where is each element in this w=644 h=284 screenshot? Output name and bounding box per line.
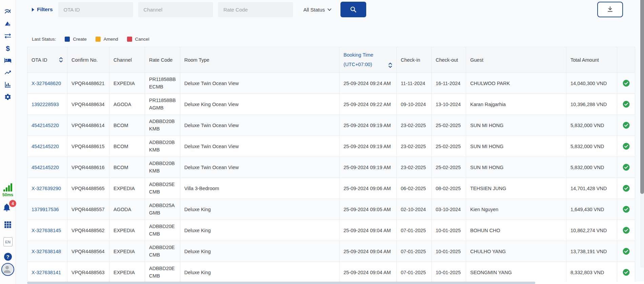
table-row: 4542145220VPQR4488616BCOMADBBD20BKMBDelu…	[27, 157, 635, 178]
ota-id-link[interactable]: X-327638145	[32, 228, 61, 233]
sort-icon[interactable]	[59, 57, 63, 62]
cell-guest: TEHSIEN JUNG	[466, 178, 566, 199]
cell-confirm-no: VPQR4488562	[67, 220, 109, 241]
sidebar-item-dashboard[interactable]	[3, 5, 13, 18]
table-row: X-327638141VPQR4488563EXPEDIAADBBD20ECMB…	[27, 262, 635, 283]
cell-room-type: Deluxe King	[180, 220, 339, 241]
header-status	[617, 47, 635, 73]
sidebar-item-transactions[interactable]	[3, 30, 13, 42]
download-button[interactable]	[597, 2, 623, 17]
table-row: 4542145220VPQR4488615BCOMADBBD20BKMBDelu…	[27, 136, 635, 157]
language-switcher[interactable]: EN	[3, 237, 13, 246]
sidebar-item-trends[interactable]	[3, 66, 13, 79]
sidebar-item-reports[interactable]	[3, 79, 13, 91]
success-check-icon	[623, 143, 630, 150]
ota-id-link[interactable]: X-327638141	[32, 270, 61, 275]
apps-menu-button[interactable]	[3, 220, 12, 230]
ota-id-link[interactable]: X-327639290	[32, 186, 61, 191]
cell-rate-code: ADBBD20BKMB	[145, 115, 180, 136]
cell-total-amount: 5,832,000 VND	[566, 115, 617, 136]
dollar-icon: $	[6, 45, 10, 52]
cell-check-in: 07-01-2025	[397, 241, 432, 262]
cell-total-amount: 10,862,274 VND	[566, 220, 617, 241]
cell-booking-time: 25-09-2024 09:06 AM	[339, 178, 397, 199]
cell-booking-time: 25-09-2024 09:19 AM	[339, 157, 397, 178]
cell-room-type: Deluxe King	[180, 241, 339, 262]
cell-check-in: 09-10-2024	[397, 94, 432, 115]
table-row: X-327639290VPQR4488565EXPEDIAADBBD25ECMB…	[27, 178, 635, 199]
ota-id-link[interactable]: 1392228593	[32, 102, 59, 107]
create-status-swatch	[65, 37, 70, 42]
ota-id-link[interactable]: 4542145220	[32, 144, 59, 149]
filters-toggle[interactable]: Filters	[32, 6, 53, 13]
status-legend: Last Status: Create Amend Cancel	[32, 37, 640, 42]
cell-check-out: 13-10-2024	[432, 94, 466, 115]
cell-booking-time: 25-09-2024 09:19 AM	[339, 136, 397, 157]
filter-bar: Filters All Status	[32, 2, 640, 17]
expand-arrow-icon	[32, 8, 34, 12]
cell-total-amount: 14,040,300 VND	[566, 73, 617, 94]
header-rate-code: Rate Code	[145, 47, 180, 73]
cell-status	[617, 199, 635, 220]
cell-total-amount: 5,832,000 VND	[566, 136, 617, 157]
cell-check-in: 02-10-2024	[397, 199, 432, 220]
cell-check-out: 03-10-2024	[432, 199, 466, 220]
header-room-type: Room Type	[180, 47, 339, 73]
ota-id-input[interactable]	[58, 2, 133, 17]
status-dropdown[interactable]: All Status	[304, 7, 331, 13]
cell-ota-id: X-327638141	[27, 262, 67, 283]
user-avatar[interactable]	[1, 263, 14, 276]
left-sidebar: $ 50ms 4 EN ?	[0, 0, 16, 284]
cell-room-type: Deluxe King Ocean View	[180, 94, 339, 115]
cell-status	[617, 136, 635, 157]
table-row: X-327648620VPQR4488621EXPEDIAPR11858BBEC…	[27, 73, 635, 94]
table-row: 1392228593VPQR4488634AGODAPR11858BBAGMBD…	[27, 94, 635, 115]
cell-guest: SUN MI HONG	[466, 157, 566, 178]
sidebar-item-analytics-settings[interactable]	[3, 18, 13, 30]
legend-item-label: Create	[73, 37, 87, 42]
notifications-button[interactable]: 4	[2, 203, 14, 214]
horizontal-scrollbar-thumb[interactable]	[27, 282, 535, 284]
ota-id-link[interactable]: 4542145220	[32, 123, 59, 128]
sidebar-bottom: 50ms 4 EN ?	[0, 183, 16, 284]
header-label: OTA ID	[32, 57, 47, 63]
search-button[interactable]	[340, 2, 366, 17]
rate-code-input[interactable]	[218, 2, 293, 17]
cell-total-amount: 14,701,428 VND	[566, 178, 617, 199]
cell-rate-code: ADBBD20ECMB	[145, 262, 180, 283]
cell-guest: SUN MI HONG	[466, 115, 566, 136]
ota-id-link[interactable]: 1379917536	[32, 207, 59, 212]
success-check-icon	[623, 122, 630, 129]
cell-room-type: Deluxe Twin Ocean View	[180, 136, 339, 157]
hotel-bed-icon	[4, 57, 12, 64]
filters-label: Filters	[37, 6, 53, 13]
cell-confirm-no: VPQR4488565	[67, 178, 109, 199]
ota-id-link[interactable]: 4542145220	[32, 165, 59, 170]
bookings-table: OTA ID Confirm No. Channel Rate Code Roo…	[27, 47, 635, 283]
header-booking-time: Booking Time (UTC+07:00)	[339, 47, 397, 73]
latency-label: 50ms	[2, 192, 13, 197]
cell-status	[617, 157, 635, 178]
success-check-icon	[623, 80, 630, 87]
sort-icon[interactable]	[388, 63, 392, 68]
cell-guest: Karan Rajgarhia	[466, 94, 566, 115]
person-icon	[2, 264, 12, 274]
channel-input[interactable]	[138, 2, 213, 17]
ota-id-link[interactable]: X-327648620	[32, 81, 61, 86]
cell-check-out: 10-01-2025	[432, 241, 466, 262]
cell-room-type: Villa 3-Bedroom	[180, 178, 339, 199]
network-signal-icon	[3, 183, 12, 191]
sidebar-item-settings[interactable]	[3, 91, 13, 103]
main-content: Filters All Status Last Status: Create A…	[16, 0, 640, 284]
vertical-scrollbar-thumb[interactable]	[640, 0, 644, 194]
cell-check-out: 16-11-2024	[432, 73, 466, 94]
ota-id-link[interactable]: X-327638148	[32, 249, 61, 254]
sidebar-item-finance[interactable]: $	[3, 42, 13, 54]
horizontal-scrollbar[interactable]	[27, 282, 644, 284]
cell-channel: EXPEDIA	[109, 178, 145, 199]
cell-total-amount: 8,332,803 VND	[566, 262, 617, 283]
cell-booking-time: 25-09-2024 09:04 AM	[339, 262, 397, 283]
sidebar-item-rooms[interactable]	[3, 54, 13, 66]
help-button[interactable]: ?	[4, 253, 12, 261]
cell-rate-code: ADBBD25AGMB	[145, 199, 180, 220]
